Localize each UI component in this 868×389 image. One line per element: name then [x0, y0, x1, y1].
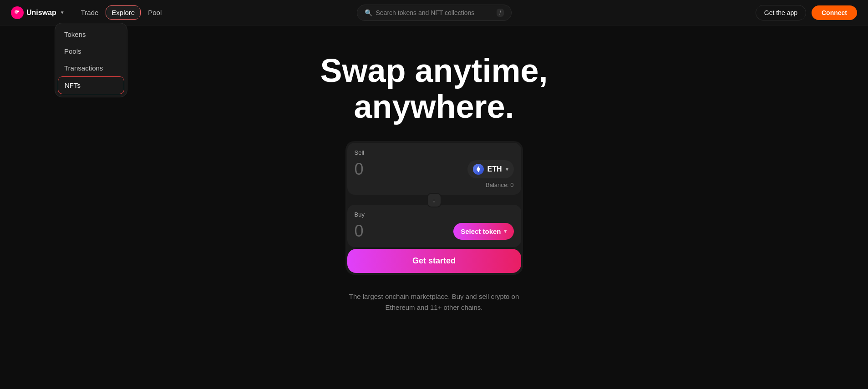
balance-row: Balance: 0	[355, 182, 514, 188]
dropdown-tokens[interactable]: Tokens	[58, 26, 124, 43]
hero-title: Swap anytime, anywhere.	[320, 53, 548, 125]
dropdown-nfts[interactable]: NFTs	[58, 76, 124, 94]
nav-explore[interactable]: Explore	[106, 5, 141, 20]
hero-title-line1: Swap anytime,	[320, 52, 548, 89]
search-placeholder-text: Search tokens and NFT collections	[376, 9, 493, 16]
get-started-button[interactable]: Get started	[347, 249, 521, 273]
search-shortcut-badge: /	[497, 9, 503, 17]
eth-label: ETH	[487, 165, 502, 173]
logo-name: Uniswap	[26, 9, 56, 17]
svg-point-1	[17, 10, 19, 12]
search-icon: 🔍	[365, 9, 372, 16]
select-token-label: Select token	[461, 227, 501, 235]
balance-text: Balance: 0	[486, 182, 513, 188]
search-bar[interactable]: 🔍 Search tokens and NFT collections /	[357, 5, 512, 21]
subtitle-text: The largest onchain marketplace. Buy and…	[343, 291, 525, 313]
sell-label: Sell	[355, 149, 514, 156]
sell-token-chevron-icon: ▾	[506, 166, 508, 172]
swap-direction-button[interactable]: ↓	[427, 193, 442, 207]
main-nav: Trade Explore Pool	[76, 5, 168, 20]
explore-dropdown: Tokens Pools Transactions NFTs	[55, 23, 127, 97]
search-bar-container[interactable]: 🔍 Search tokens and NFT collections /	[357, 5, 512, 21]
header-right: Get the app Connect	[756, 5, 857, 20]
connect-button[interactable]: Connect	[812, 5, 857, 20]
dropdown-pools[interactable]: Pools	[58, 43, 124, 60]
sell-section: Sell 0 ETH ▾ Balance: 0	[347, 143, 521, 195]
get-app-button[interactable]: Get the app	[756, 5, 806, 20]
nav-pool[interactable]: Pool	[142, 6, 167, 19]
swap-divider: ↓	[347, 194, 521, 207]
buy-row: 0 Select token ▾	[355, 222, 514, 241]
dropdown-transactions[interactable]: Transactions	[58, 60, 124, 76]
sell-amount: 0	[355, 160, 364, 179]
select-token-button[interactable]: Select token ▾	[453, 223, 513, 240]
buy-amount: 0	[355, 222, 364, 241]
eth-icon	[473, 164, 484, 175]
nav-trade[interactable]: Trade	[76, 6, 104, 19]
down-arrow-icon: ↓	[432, 197, 436, 204]
sell-row: 0 ETH ▾	[355, 160, 514, 179]
swap-card: Sell 0 ETH ▾ Balance: 0	[345, 141, 523, 275]
sell-token-button[interactable]: ETH ▾	[467, 160, 514, 178]
select-token-chevron-icon: ▾	[504, 228, 507, 234]
logo-chevron-icon: ▼	[60, 10, 65, 15]
buy-label: Buy	[355, 211, 514, 218]
uniswap-logo-icon	[11, 6, 24, 19]
buy-section: Buy 0 Select token ▾	[347, 205, 521, 247]
hero-title-line2: anywhere.	[354, 88, 514, 125]
main-content: Swap anytime, anywhere. Sell 0 ETH ▾	[0, 25, 868, 313]
logo[interactable]: Uniswap ▼	[11, 6, 65, 19]
